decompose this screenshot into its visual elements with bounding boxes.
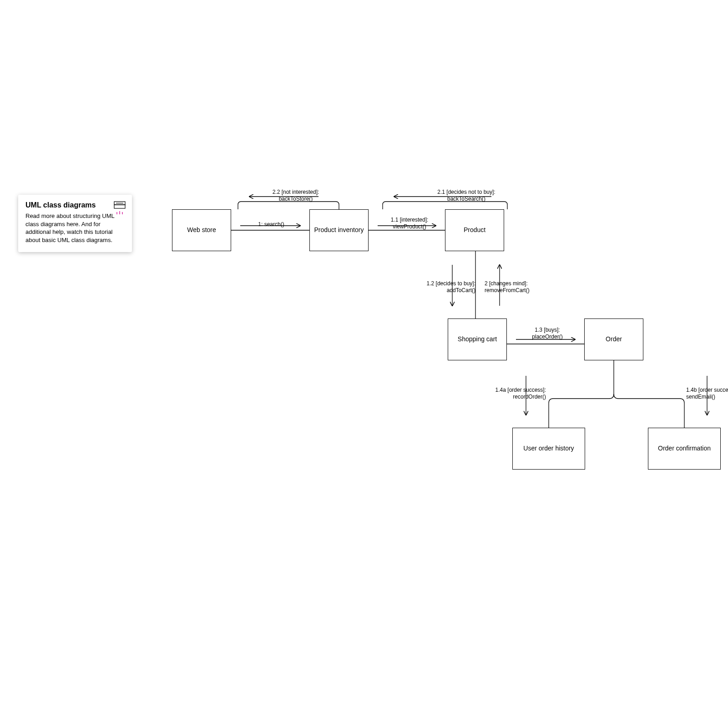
diagram-svg xyxy=(0,0,728,728)
